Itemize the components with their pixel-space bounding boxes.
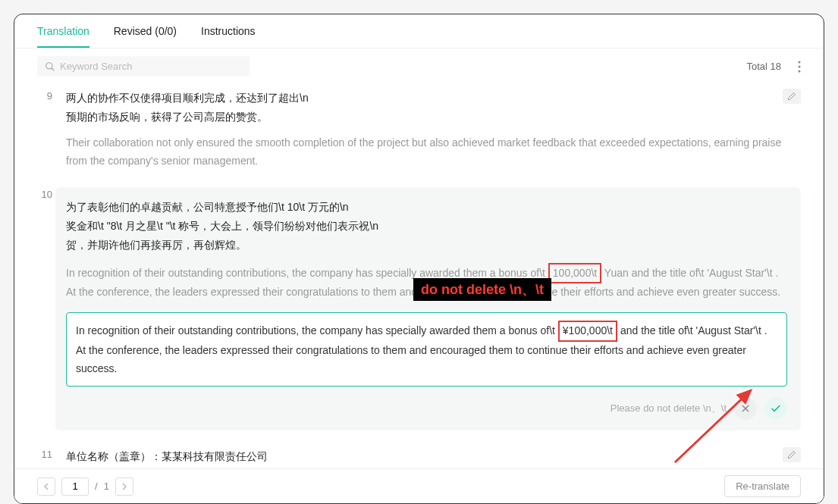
search-input[interactable] bbox=[60, 61, 242, 72]
source-text: 单位名称（盖章）：某某科技有限责任公司 bbox=[66, 447, 801, 466]
retranslate-button[interactable]: Re-translate bbox=[724, 475, 801, 497]
tab-instructions[interactable]: Instructions bbox=[201, 25, 256, 48]
main-window: Translation Revised (0/0) Instructions T… bbox=[14, 14, 824, 504]
highlight-edited: ¥100,000\t bbox=[558, 321, 617, 342]
tab-revised[interactable]: Revised (0/0) bbox=[114, 25, 177, 48]
cancel-button[interactable] bbox=[734, 397, 757, 420]
source-text: 为了表彰他们的卓越贡献，公司特意授予他们\t 10\t 万元的\n 奖金和\t … bbox=[66, 198, 787, 255]
pager: / 1 bbox=[37, 477, 133, 496]
edit-textarea[interactable]: In recognition of their outstanding cont… bbox=[66, 312, 787, 386]
svg-point-4 bbox=[799, 70, 801, 72]
target-text: Their collaboration not only ensured the… bbox=[66, 134, 801, 171]
edit-hint: Please do not delete \n、\t bbox=[610, 402, 727, 415]
tab-translation[interactable]: Translation bbox=[37, 25, 89, 48]
row-number: 10 bbox=[37, 187, 52, 430]
edit-button[interactable] bbox=[783, 447, 801, 462]
more-menu-icon[interactable] bbox=[798, 61, 801, 73]
tab-bar: Translation Revised (0/0) Instructions bbox=[14, 14, 824, 49]
annotation-label: do not delete \n、\t bbox=[413, 278, 551, 301]
search-icon bbox=[45, 61, 55, 72]
next-page-button[interactable] bbox=[115, 477, 133, 496]
page-input[interactable] bbox=[61, 477, 89, 496]
svg-point-3 bbox=[799, 65, 801, 67]
edit-actions: Please do not delete \n、\t bbox=[66, 397, 787, 420]
edit-button[interactable] bbox=[783, 89, 801, 104]
row-number: 9 bbox=[37, 89, 52, 171]
highlight-original: 100,000\t bbox=[548, 263, 601, 284]
source-text: 两人的协作不仅使得项目顺利完成，还达到了超出\n 预期的市场反响，获得了公司高层… bbox=[66, 89, 801, 127]
svg-point-0 bbox=[46, 62, 52, 68]
page-sep: / bbox=[95, 481, 98, 492]
segment-row: 9 两人的协作不仅使得项目顺利完成，还达到了超出\n 预期的市场反响，获得了公司… bbox=[37, 84, 801, 183]
confirm-button[interactable] bbox=[764, 397, 787, 420]
segment-row: 10 为了表彰他们的卓越贡献，公司特意授予他们\t 10\t 万元的\n 奖金和… bbox=[37, 183, 801, 443]
toolbar: Total 18 bbox=[14, 49, 824, 84]
page-total: 1 bbox=[104, 481, 109, 492]
svg-line-1 bbox=[52, 67, 55, 70]
footer: / 1 Re-translate bbox=[14, 468, 824, 503]
svg-point-2 bbox=[799, 61, 801, 63]
search-box[interactable] bbox=[37, 56, 250, 77]
prev-page-button[interactable] bbox=[37, 477, 55, 496]
total-count: Total 18 bbox=[746, 61, 781, 72]
